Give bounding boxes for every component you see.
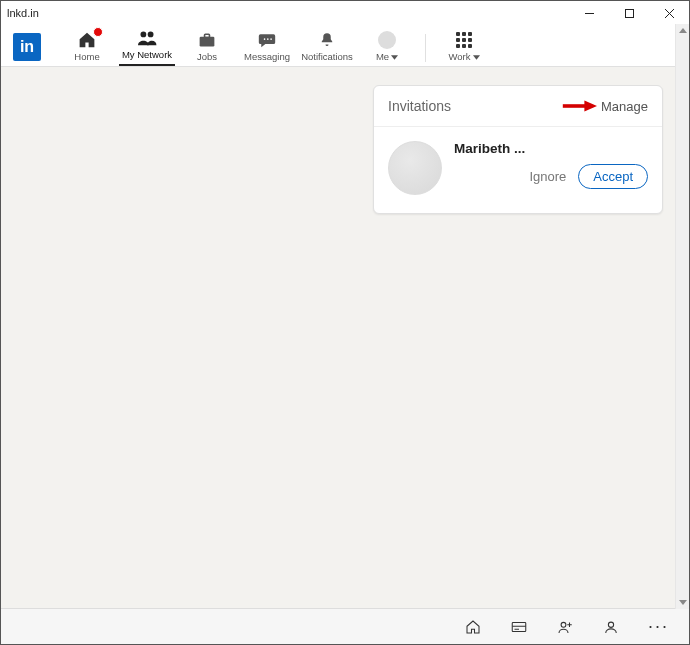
briefcase-icon	[197, 30, 217, 50]
invitation-item: Maribeth ... Ignore Accept	[374, 127, 662, 213]
avatar[interactable]	[388, 141, 442, 195]
annotation-arrow-icon	[561, 99, 597, 113]
svg-point-6	[267, 38, 269, 40]
chat-icon	[257, 30, 277, 50]
avatar-icon	[378, 30, 396, 50]
svg-point-2	[148, 32, 154, 38]
nav-me[interactable]: Me	[359, 30, 415, 66]
manage-link[interactable]: Manage	[601, 99, 648, 114]
card-header: Invitations Manage	[374, 86, 662, 127]
home-icon	[77, 30, 97, 50]
ignore-button[interactable]: Ignore	[529, 169, 566, 184]
card-icon[interactable]	[510, 618, 528, 636]
svg-point-9	[561, 622, 566, 627]
invitations-card: Invitations Manage Maribeth ... Ignore A…	[373, 85, 663, 214]
bottom-bar: ···	[1, 608, 689, 644]
nav-messaging[interactable]: Messaging	[239, 30, 295, 66]
maximize-button[interactable]	[609, 1, 649, 25]
scroll-up-button[interactable]	[676, 24, 689, 38]
svg-point-1	[141, 32, 147, 38]
nav-label: Notifications	[301, 51, 353, 62]
nav-label: Jobs	[197, 51, 217, 62]
nav-label: Work	[449, 51, 480, 62]
people-icon	[136, 28, 158, 48]
grid-icon	[456, 30, 472, 50]
person-plus-icon[interactable]	[556, 618, 574, 636]
window-titlebar: lnkd.in	[1, 1, 689, 25]
nav-label: Me	[376, 51, 398, 62]
top-nav: in Home My Network Jobs Messaging Notifi…	[1, 25, 689, 67]
nav-label: Home	[74, 51, 99, 62]
minimize-button[interactable]	[569, 1, 609, 25]
svg-rect-4	[205, 34, 210, 37]
bell-icon	[318, 30, 336, 50]
vertical-scrollbar[interactable]	[675, 24, 689, 609]
chevron-down-icon	[473, 51, 480, 62]
nav-home[interactable]: Home	[59, 30, 115, 66]
scroll-down-button[interactable]	[676, 595, 689, 609]
nav-my-network[interactable]: My Network	[119, 28, 175, 66]
window-title: lnkd.in	[7, 7, 39, 19]
svg-rect-0	[625, 9, 633, 17]
linkedin-logo[interactable]: in	[13, 33, 41, 61]
home-outline-icon[interactable]	[464, 618, 482, 636]
svg-point-5	[264, 38, 266, 40]
inviter-name[interactable]: Maribeth ...	[454, 141, 648, 156]
svg-point-10	[608, 622, 613, 627]
person-outline-icon[interactable]	[602, 618, 620, 636]
nav-label: Messaging	[244, 51, 290, 62]
invitations-heading: Invitations	[388, 98, 451, 114]
svg-point-7	[270, 38, 272, 40]
nav-jobs[interactable]: Jobs	[179, 30, 235, 66]
window-controls	[569, 1, 689, 25]
nav-work[interactable]: Work	[436, 30, 492, 66]
content-area: Invitations Manage Maribeth ... Ignore A…	[1, 67, 689, 608]
accept-button[interactable]: Accept	[578, 164, 648, 189]
nav-divider	[425, 34, 426, 62]
close-button[interactable]	[649, 1, 689, 25]
more-icon[interactable]: ···	[648, 616, 669, 637]
svg-rect-8	[512, 622, 526, 631]
nav-notifications[interactable]: Notifications	[299, 30, 355, 66]
nav-label: My Network	[122, 49, 172, 60]
notification-badge	[93, 27, 103, 37]
chevron-down-icon	[391, 51, 398, 62]
